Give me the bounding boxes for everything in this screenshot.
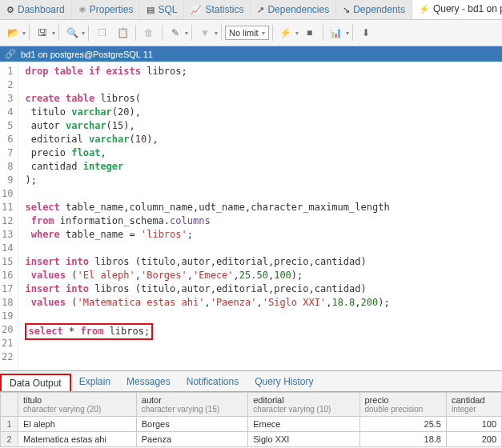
toolbar: 📂▾ 🖫▾ 🔍▾ ❐ 📋 🗑 ✎▾ ▼▾ No limit▾ ⚡▾ ■ 📊▾ ⬇: [0, 20, 502, 46]
tab-label: Dependents: [353, 4, 405, 15]
cell[interactable]: Siglo XXI: [248, 432, 359, 447]
column-precio[interactable]: preciodouble precision: [359, 393, 446, 417]
tab-icon: ↗: [257, 5, 264, 15]
row-number[interactable]: 2: [1, 432, 18, 447]
table-row[interactable]: 2Matematica estas ahiPaenzaSiglo XXI18.8…: [1, 432, 502, 447]
output-pane: Data OutputExplainMessagesNotificationsQ…: [0, 370, 502, 447]
tab-label: Statistics: [205, 4, 243, 15]
tab-label: Properties: [90, 4, 134, 15]
tab-label: SQL: [158, 4, 177, 15]
tab-icon: ⚡: [419, 4, 430, 14]
cell[interactable]: Matematica estas ahi: [18, 432, 137, 447]
caret-icon[interactable]: ▾: [346, 30, 349, 37]
tab-label: Dependencies: [267, 4, 329, 15]
tab-statistics[interactable]: 📈Statistics: [184, 0, 251, 19]
separator: [323, 25, 323, 41]
caret-icon[interactable]: ▾: [82, 30, 85, 37]
cell[interactable]: 18.8: [359, 432, 446, 447]
row-number[interactable]: 1: [1, 417, 18, 432]
tab-dependents[interactable]: ↘Dependents: [336, 0, 412, 19]
save-icon[interactable]: 🖫: [33, 23, 52, 42]
tab-dashboard[interactable]: ⚙Dashboard: [0, 0, 72, 19]
separator: [29, 25, 30, 41]
caret-icon[interactable]: ▾: [22, 30, 26, 37]
tab-icon: ⚛: [78, 5, 86, 15]
code-area[interactable]: drop table if exists libros; create tabl…: [18, 62, 502, 370]
tab-properties[interactable]: ⚛Properties: [72, 0, 141, 19]
paste-icon[interactable]: 📋: [113, 23, 132, 42]
column-editorial[interactable]: editorialcharacter varying (10): [248, 393, 359, 417]
copy-icon[interactable]: ❐: [92, 23, 111, 42]
separator: [221, 25, 222, 41]
caret-icon[interactable]: ▾: [185, 30, 188, 37]
cell[interactable]: Paenza: [136, 432, 247, 447]
separator: [88, 25, 89, 41]
output-tab-explain[interactable]: Explain: [71, 374, 118, 391]
output-tab-query-history[interactable]: Query History: [247, 374, 321, 391]
result-grid[interactable]: titulocharacter varying (20)autorcharact…: [0, 392, 502, 447]
connection-bar[interactable]: 🔗 bd1 on postgres@PostgreSQL 11: [0, 46, 502, 62]
connection-label: bd1 on postgres@PostgreSQL 11: [21, 50, 153, 59]
output-tabs: Data OutputExplainMessagesNotificationsQ…: [0, 371, 502, 392]
filter-icon[interactable]: ▼: [195, 23, 215, 42]
link-icon: 🔗: [5, 49, 16, 59]
limit-dropdown[interactable]: No limit▾: [225, 26, 269, 40]
output-tab-data-output[interactable]: Data Output: [0, 374, 71, 391]
open-icon[interactable]: 📂: [3, 23, 22, 42]
cell[interactable]: 100: [446, 417, 501, 432]
tab-label: Query - bd1 on postgres@Postg: [433, 3, 502, 14]
cell[interactable]: 200: [446, 432, 501, 447]
sql-editor[interactable]: 12345678910111213141516171819202122 drop…: [0, 62, 502, 370]
tab-label: Dashboard: [18, 4, 65, 15]
cell[interactable]: 25.5: [359, 417, 446, 432]
output-tab-notifications[interactable]: Notifications: [179, 374, 247, 391]
table-row[interactable]: 1El alephBorgesEmece25.5100: [1, 417, 502, 432]
top-tabs: ⚙Dashboard⚛Properties▤SQL📈Statistics↗Dep…: [0, 0, 502, 20]
edit-icon[interactable]: ✎: [166, 23, 185, 42]
separator: [135, 25, 136, 41]
separator: [162, 25, 163, 41]
column-cantidad[interactable]: cantidadinteger: [446, 393, 501, 417]
download-icon[interactable]: ⬇: [356, 23, 375, 42]
tab-query[interactable]: ⚡Query - bd1 on postgres@Postg: [412, 0, 502, 19]
separator: [352, 25, 353, 41]
search-icon[interactable]: 🔍: [62, 23, 82, 42]
tab-icon: ↘: [343, 5, 350, 15]
explain-icon[interactable]: 📊: [327, 23, 346, 42]
cell[interactable]: El aleph: [18, 417, 137, 432]
row-corner: [1, 393, 18, 417]
separator: [191, 25, 192, 41]
highlighted-query: select * from libros;: [25, 323, 153, 340]
cell[interactable]: Emece: [248, 417, 359, 432]
stop-icon[interactable]: ■: [300, 23, 319, 42]
delete-icon[interactable]: 🗑: [139, 23, 159, 42]
separator: [272, 25, 273, 41]
tab-icon: 📈: [191, 5, 202, 15]
tab-icon: ▤: [147, 5, 155, 15]
tab-sql[interactable]: ▤SQL: [140, 0, 184, 19]
output-tab-messages[interactable]: Messages: [118, 374, 179, 391]
caret-icon[interactable]: ▾: [52, 30, 55, 37]
cell[interactable]: Borges: [136, 417, 247, 432]
caret-icon[interactable]: ▾: [215, 30, 218, 37]
column-titulo[interactable]: titulocharacter varying (20): [18, 393, 137, 417]
caret-icon[interactable]: ▾: [295, 30, 299, 37]
separator: [58, 25, 59, 41]
column-autor[interactable]: autorcharacter varying (15): [136, 393, 247, 417]
line-gutter: 12345678910111213141516171819202122: [0, 62, 18, 370]
tab-dependencies[interactable]: ↗Dependencies: [251, 0, 336, 19]
tab-icon: ⚙: [6, 5, 14, 15]
execute-icon[interactable]: ⚡: [276, 23, 295, 42]
